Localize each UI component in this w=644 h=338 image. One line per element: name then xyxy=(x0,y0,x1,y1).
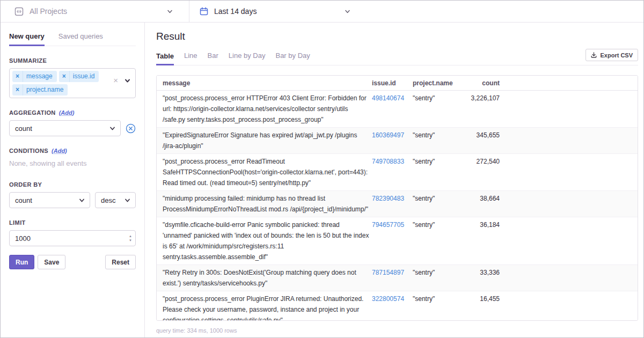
reset-button[interactable]: Reset xyxy=(105,255,136,269)
cell-issue-id: 322800574 xyxy=(372,293,413,321)
tab-saved-queries[interactable]: Saved queries xyxy=(58,32,103,46)
limit-field: ▲▼ xyxy=(9,230,136,246)
projects-icon xyxy=(14,7,24,16)
aggregation-value: count xyxy=(15,124,32,133)
app-window: All Projects Last 14 days New query Save… xyxy=(0,0,644,338)
top-bar: All Projects Last 14 days xyxy=(1,1,643,23)
conditions-add-link[interactable]: (Add) xyxy=(52,148,67,154)
column-header-issue-id[interactable]: issue.id xyxy=(372,79,413,87)
issue-id-link[interactable]: 322800574 xyxy=(372,295,404,303)
remove-tag-icon[interactable]: × xyxy=(59,71,70,82)
order-by-field-select[interactable]: count xyxy=(9,192,90,208)
cell-message: "Retry Retry in 300s: DoesNotExist('Grou… xyxy=(163,267,372,289)
cell-issue-id: 787154897 xyxy=(372,267,413,289)
query-sidebar: New query Saved queries SUMMARIZE ×messa… xyxy=(1,23,145,337)
cell-count: 3,226,107 xyxy=(458,93,500,125)
cell-issue-id: 498140674 xyxy=(372,93,413,125)
summarize-tag: ×message xyxy=(12,71,57,82)
tag-label: project.name xyxy=(23,84,68,95)
clear-all-icon[interactable]: × xyxy=(113,76,118,84)
results-table-body: "post_process.process_error HTTPError 40… xyxy=(157,91,638,321)
summarize-label: SUMMARIZE xyxy=(9,57,136,64)
chevron-down-icon[interactable] xyxy=(125,78,130,84)
cell-issue-id: 782390483 xyxy=(372,193,413,215)
table-header-row: message issue.id project.name count xyxy=(157,76,638,91)
tab-line-by-day[interactable]: Line by Day xyxy=(229,52,266,65)
save-button[interactable]: Save xyxy=(38,255,65,269)
column-header-message[interactable]: message xyxy=(163,79,372,87)
tab-line[interactable]: Line xyxy=(184,52,197,65)
cell-message: "ExpiredSignatureError Signature has exp… xyxy=(163,130,372,151)
tab-table[interactable]: Table xyxy=(156,52,174,65)
cell-count: 38,664 xyxy=(458,193,500,215)
column-header-project-name[interactable]: project.name xyxy=(413,79,458,87)
result-panel: Result TableLineBarLine by DayBar by Day… xyxy=(145,23,643,337)
cell-filler xyxy=(500,293,638,321)
tag-label: message xyxy=(23,71,57,82)
issue-id-link[interactable]: 787154897 xyxy=(372,269,404,276)
issue-id-link[interactable]: 160369497 xyxy=(372,131,404,139)
summarize-multiselect[interactable]: ×message×issue.id×project.name × xyxy=(9,68,136,98)
issue-id-link[interactable]: 782390483 xyxy=(372,195,404,202)
column-header-count[interactable]: count xyxy=(458,79,500,87)
export-csv-button[interactable]: Export CSV xyxy=(586,49,638,61)
tab-new-query[interactable]: New query xyxy=(9,32,45,46)
table-row: "Retry Retry in 300s: DoesNotExist('Grou… xyxy=(157,264,638,291)
cell-filler xyxy=(500,219,638,262)
calendar-icon xyxy=(200,7,208,16)
cell-issue-id: 749708833 xyxy=(372,156,413,188)
order-by-direction-value: desc xyxy=(101,196,115,204)
remove-aggregation-icon[interactable] xyxy=(126,123,136,134)
order-by-direction-select[interactable]: desc xyxy=(95,192,136,208)
tag-label: issue.id xyxy=(70,71,99,82)
aggregation-label: AGGREGATION (Add) xyxy=(9,109,136,116)
chevron-down-icon xyxy=(167,9,173,14)
cell-filler xyxy=(500,193,638,215)
chevron-down-icon xyxy=(125,197,130,203)
aggregation-add-link[interactable]: (Add) xyxy=(59,109,75,116)
limit-label-text: LIMIT xyxy=(9,219,26,226)
run-button[interactable]: Run xyxy=(9,255,34,269)
cell-message: "post_process.process_error PluginError … xyxy=(163,293,372,321)
cell-filler xyxy=(500,130,638,151)
cell-message: "dsymfile.cficache-build-error Panic sym… xyxy=(163,219,372,262)
cell-count: 36,184 xyxy=(458,219,500,262)
cell-project-name: "sentry" xyxy=(413,219,458,262)
date-range-label: Last 14 days xyxy=(214,7,339,16)
order-by-row: count desc xyxy=(9,192,136,208)
chevron-down-icon xyxy=(109,126,115,131)
cell-count: 345,655 xyxy=(458,130,500,151)
cell-count: 272,540 xyxy=(458,156,500,188)
order-by-label: ORDER BY xyxy=(9,181,136,188)
table-row: "post_process.process_error PluginError … xyxy=(157,291,638,321)
cell-filler xyxy=(500,156,638,188)
cell-message: "post_process.process_error HTTPError 40… xyxy=(163,93,372,125)
issue-id-link[interactable]: 794657705 xyxy=(372,221,404,229)
tab-bar[interactable]: Bar xyxy=(208,52,218,65)
table-row: "minidump processing failed: minidump ha… xyxy=(157,190,638,217)
cell-count: 33,336 xyxy=(458,267,500,289)
sidebar-buttons: Run Save Reset xyxy=(9,255,136,269)
table-row: "post_process.process_error ReadTimeout … xyxy=(157,153,638,190)
aggregation-select[interactable]: count xyxy=(9,120,121,136)
number-stepper[interactable]: ▲▼ xyxy=(129,234,132,242)
project-selector[interactable]: All Projects xyxy=(1,1,189,22)
result-tabs: TableLineBarLine by DayBar by Day Export… xyxy=(156,49,638,65)
order-by-field-value: count xyxy=(15,196,32,204)
cell-filler xyxy=(500,93,638,125)
conditions-label-text: CONDITIONS xyxy=(9,148,48,154)
issue-id-link[interactable]: 749708833 xyxy=(372,158,404,165)
date-range-selector[interactable]: Last 14 days xyxy=(189,1,367,22)
remove-tag-icon[interactable]: × xyxy=(12,84,23,95)
issue-id-link[interactable]: 498140674 xyxy=(372,94,404,102)
conditions-empty-text: None, showing all events xyxy=(9,159,136,167)
chevron-down-icon xyxy=(345,9,350,14)
remove-tag-icon[interactable]: × xyxy=(12,71,23,82)
download-icon xyxy=(591,52,597,58)
cell-issue-id: 160369497 xyxy=(372,130,413,151)
order-by-label-text: ORDER BY xyxy=(9,181,42,188)
page-title: Result xyxy=(156,31,638,42)
summarize-tag: ×project.name xyxy=(12,84,68,95)
limit-input[interactable] xyxy=(9,230,136,246)
tab-bar-by-day[interactable]: Bar by Day xyxy=(275,52,310,65)
